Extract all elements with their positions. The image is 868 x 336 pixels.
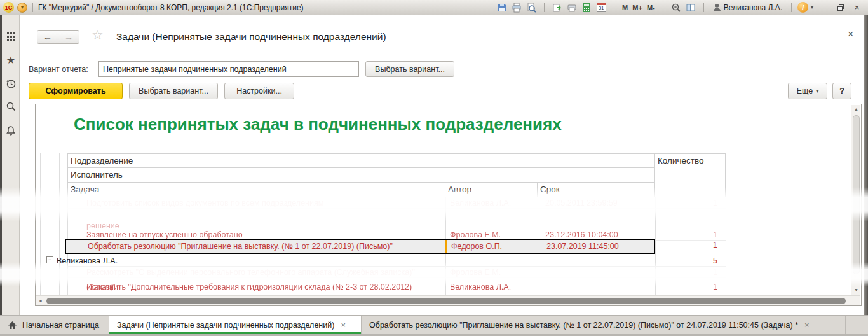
cell-count: 1	[655, 199, 722, 207]
group-row[interactable]: − Великанова Л.А. 5	[36, 255, 726, 267]
search-icon[interactable]	[5, 101, 17, 112]
cell-deadline: 23.07.2019 11:45:00	[546, 242, 619, 251]
notifications-bell-icon[interactable]	[5, 125, 17, 136]
favorites-star-icon[interactable]: ★	[5, 54, 17, 66]
cell-count: 1	[655, 268, 722, 277]
window-titlebar: 1С ▾ ГК "Меркурий" / Документооборот 8 К…	[0, 0, 868, 15]
history-icon[interactable]	[5, 78, 17, 89]
favorite-star-icon[interactable]: ☆	[92, 27, 104, 43]
help-button[interactable]: ?	[832, 83, 851, 99]
cell-group-executor: Великанова Л.А.	[57, 256, 118, 265]
scroll-up-icon[interactable]: ▲	[854, 107, 858, 111]
choose-variant-button[interactable]: Выбрать вариант...	[129, 83, 218, 99]
cell-deadline: 23.12.2016 10:04:00	[545, 230, 618, 239]
divider	[544, 3, 545, 12]
divider	[614, 3, 614, 12]
info-icon[interactable]: i	[797, 2, 808, 13]
row-divider	[67, 277, 726, 278]
tab-home[interactable]: Начальная страница	[0, 316, 109, 334]
cell-count: 5	[655, 256, 722, 265]
cell-count: 1	[655, 283, 722, 291]
open-windows-tabbar: Начальная страница Задачи (Непринятые за…	[0, 315, 868, 336]
forward-button[interactable]: →	[58, 30, 79, 44]
cell-task: Заявление на отпуск успешно обработано	[86, 230, 243, 239]
cell-author: Фролова Е.М.	[450, 230, 501, 239]
split-window-icon[interactable]	[684, 1, 698, 14]
main-content: ← → ☆ Задачи (Непринятые задачи подчинен…	[20, 15, 864, 315]
chevron-down-icon[interactable]: ▾	[809, 4, 815, 10]
chevron-down-icon: ▾	[816, 88, 818, 94]
column-header-author: Автор	[445, 183, 538, 197]
cell-author: Федоров О.П.	[451, 242, 502, 251]
choose-variant-top-button[interactable]: Выбрать вариант...	[365, 61, 454, 77]
cell-count: 1	[655, 230, 722, 239]
table-grid-line	[726, 197, 726, 295]
tab-label: Обработать резолюцию "Приглашение на выс…	[369, 321, 798, 330]
page-title: Задачи (Непринятые задачи подчиненных по…	[116, 31, 386, 43]
table-row[interactable]: Подготовить список видов документов по в…	[36, 197, 726, 209]
vertical-scrollbar[interactable]: ▲ ▼	[851, 105, 860, 295]
column-header-task: Задача	[67, 183, 445, 197]
close-tab-icon[interactable]: ×	[804, 320, 810, 330]
cell-task: Подготовить список видов документов по в…	[86, 199, 323, 207]
cell-deadline: 20.05.2011 23:59:59	[545, 199, 618, 207]
cell-author: Великанова Л.А.	[450, 199, 511, 207]
cell-task-line2: (Заказ)"	[86, 283, 116, 291]
cell-task: Исполнить "Дополнительные требования к г…	[86, 283, 412, 291]
calculator-icon[interactable]	[580, 1, 593, 14]
close-page-icon[interactable]: ×	[848, 29, 853, 40]
cell-author: Великанова Л.А.	[450, 283, 511, 291]
memory-m-minus-button[interactable]: M-	[645, 4, 657, 11]
restore-button[interactable]	[832, 1, 848, 14]
scroll-down-icon[interactable]: ▼	[854, 288, 858, 292]
tool-sidebar: ★	[2, 15, 20, 315]
save-icon[interactable]	[495, 1, 509, 14]
back-button[interactable]: ←	[37, 30, 58, 44]
person-icon	[713, 3, 721, 11]
column-header-department: Подразделение	[67, 153, 655, 168]
window-frame-left	[0, 15, 2, 315]
table-row[interactable]: Рассмотреть "О выделении персонального т…	[36, 267, 726, 278]
column-header-executor: Исполнитель	[67, 168, 655, 183]
minimize-button[interactable]: –	[816, 1, 832, 14]
user-name: Великанова Л.А.	[724, 3, 782, 12]
row-divider	[67, 208, 726, 209]
tab-tasks-report[interactable]: Задачи (Непринятые задачи подчиненных по…	[109, 316, 362, 334]
divider	[703, 3, 704, 12]
column-header-count: Количество	[655, 153, 726, 197]
horizontal-scrollbar-thumb[interactable]	[46, 298, 846, 304]
report-area: Список непринятых задач в подчиненных по…	[35, 104, 862, 306]
menu-grid-icon[interactable]	[5, 31, 17, 42]
tab-task-document[interactable]: Обработать резолюцию "Приглашение на выс…	[362, 316, 846, 334]
report-variant-input[interactable]	[98, 61, 359, 77]
close-tab-icon[interactable]: ×	[341, 320, 346, 330]
cell-count: 1	[655, 241, 722, 249]
main-menu-button[interactable]: ▾	[17, 3, 27, 13]
collapse-group-button[interactable]: −	[46, 256, 53, 263]
generate-button[interactable]: Сформировать	[29, 83, 123, 99]
calendar-icon[interactable]: 31	[594, 1, 608, 14]
user-menu[interactable]: Великанова Л.А.	[710, 3, 785, 12]
home-icon	[8, 321, 17, 330]
print-preview-icon[interactable]	[524, 1, 538, 14]
scroll-left-icon[interactable]: ◄	[38, 298, 43, 303]
selected-table-row[interactable]: Обработать резолюцию "Приглашение на выс…	[65, 239, 655, 254]
send-icon[interactable]	[550, 1, 564, 14]
close-window-button[interactable]: ×	[849, 1, 865, 14]
divider	[663, 3, 663, 12]
report-variant-label: Вариант отчета:	[29, 65, 88, 74]
memory-m-plus-button[interactable]: M+	[630, 4, 644, 11]
cell-cursor-line	[445, 240, 447, 253]
tab-label: Начальная страница	[22, 321, 99, 330]
horizontal-scrollbar[interactable]: ◄	[36, 295, 860, 305]
table-row[interactable]: Исполнить "Дополнительные требования к г…	[36, 281, 726, 295]
cell-task: Обработать резолюцию "Приглашение на выс…	[88, 242, 393, 251]
vertical-scrollbar-thumb[interactable]	[853, 115, 860, 274]
memory-m-button[interactable]: M	[620, 4, 630, 11]
zoom-icon[interactable]	[669, 1, 683, 14]
print-icon[interactable]	[510, 1, 524, 14]
settings-button[interactable]: Настройки...	[224, 83, 294, 99]
print-document-icon[interactable]	[565, 1, 579, 14]
divider	[32, 3, 33, 12]
more-button[interactable]: Еще ▾	[788, 83, 827, 99]
